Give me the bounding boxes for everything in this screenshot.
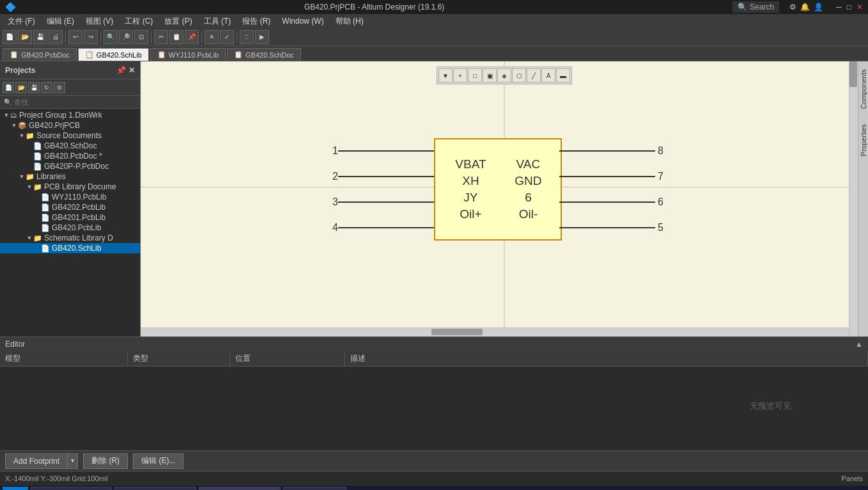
panel-open-btn[interactable]: 📂 (15, 82, 27, 93)
tree-item-pcbdoc-p[interactable]: 📄 GB420P-P.PcbDoc (0, 161, 140, 171)
start-button[interactable]: ⊞ (3, 487, 28, 491)
close-button[interactable]: ✕ (856, 3, 863, 12)
tab-schlib[interactable]: 📋 GB420.SchLib (78, 48, 149, 61)
notification-icon[interactable]: 🔔 (800, 3, 810, 12)
tree-item-gb4202[interactable]: 📄 GB4202.PcbLib (0, 202, 140, 212)
rect2-tool[interactable]: ▣ (483, 68, 497, 83)
menu-project[interactable]: 工程 (C) (120, 15, 158, 28)
tab-schdoc[interactable]: 📋 GB420.SchDoc (227, 48, 301, 61)
new-btn[interactable]: 📄 (3, 30, 17, 44)
menu-place[interactable]: 放置 (P) (159, 15, 197, 28)
check-btn[interactable]: ✓ (220, 30, 234, 44)
add-tool[interactable]: + (453, 68, 467, 83)
horizontal-scroll-thumb[interactable] (431, 329, 483, 335)
paste-btn[interactable]: 📌 (185, 30, 199, 44)
horizontal-scrollbar[interactable] (141, 328, 868, 336)
rect-tool[interactable]: □ (468, 68, 482, 83)
vertical-scrollbar[interactable] (849, 61, 858, 336)
add-footprint-button[interactable]: Add Footprint (5, 454, 68, 469)
panel-close-icon[interactable]: ✕ (128, 66, 135, 75)
settings-icon[interactable]: ⚙ (789, 3, 796, 12)
gb420pcb-icon: 📄 (41, 224, 50, 232)
redo-btn[interactable]: ↪ (84, 30, 98, 44)
vertical-scroll-thumb[interactable] (849, 61, 857, 87)
user-icon[interactable]: 👤 (814, 3, 823, 12)
gb420pcb-label: GB420.PcbLib (52, 223, 101, 232)
poly-tool[interactable]: ⬡ (512, 68, 526, 83)
menu-tools[interactable]: 工具 (T) (199, 15, 236, 28)
tree-item-group1[interactable]: ▼ 🗂 Project Group 1.DsnWrk (0, 110, 140, 120)
panel-refresh-btn[interactable]: ↻ (41, 82, 52, 93)
select-tool[interactable]: ▼ (438, 68, 453, 83)
titlebar-search[interactable]: 🔍 Search (732, 1, 779, 13)
panel-settings-btn[interactable]: ⚙ (54, 82, 65, 93)
tree-item-schlib-docs[interactable]: ▼ 📁 Schematic Library D (0, 233, 140, 243)
cross-btn[interactable]: ✕ (205, 30, 219, 44)
pin-5-line (559, 227, 655, 228)
panel-new-btn[interactable]: 📄 (3, 82, 14, 93)
tab-pcbdoc[interactable]: 📋 GB420.PcbDoc (3, 48, 77, 61)
panels-button[interactable]: Panels (841, 475, 863, 482)
copy-btn[interactable]: 📋 (169, 30, 183, 44)
zoom-out-btn[interactable]: 🔎 (119, 30, 133, 44)
panel-save-btn[interactable]: 💾 (28, 82, 40, 93)
tree-item-wyj110[interactable]: 📄 WYJ110.PcbLib (0, 192, 140, 202)
fit-btn[interactable]: ⊡ (134, 30, 148, 44)
tree-item-libraries[interactable]: ▼ 📁 Libraries (0, 171, 140, 182)
tree-item-pcbdoc[interactable]: 📄 GB420.PcbDoc * (0, 151, 140, 161)
menu-view[interactable]: 视图 (V) (81, 15, 118, 28)
tree-item-gb4201[interactable]: 📄 GB4201.PcbLib (0, 212, 140, 223)
tree-item-pcblib-docs[interactable]: ▼ 📁 PCB Library Docume (0, 182, 140, 192)
tree-item-gb420schlib[interactable]: 📄 GB420.SchLib (0, 243, 140, 253)
tree-item-gb420pcb[interactable]: 📄 GB420.PcbLib (0, 223, 140, 233)
schlib-docs-label: Schematic Library D (44, 233, 113, 242)
wyj110-icon: 📋 (157, 51, 166, 59)
print-btn[interactable]: 🖨 (49, 30, 63, 44)
editor-collapse-icon[interactable]: ▲ (855, 340, 863, 349)
menu-edit[interactable]: 编辑 (E) (42, 15, 79, 28)
taskbar-altium[interactable]: 🔷 GB420.PrjPCB -... (199, 487, 281, 491)
add-footprint-dropdown[interactable]: ▼ (68, 454, 78, 469)
minimize-button[interactable]: ─ (836, 3, 842, 12)
tree-item-project[interactable]: ▼ 📦 GB420.PrjPCB (0, 120, 140, 130)
tree-item-source-docs[interactable]: ▼ 📁 Source Documents (0, 130, 140, 141)
schematic-canvas[interactable]: 1 2 3 4 (141, 61, 868, 328)
gb4202-label: GB4202.PcbLib (52, 203, 105, 212)
maximize-button[interactable]: □ (847, 3, 851, 12)
main-toolbar: 📄 📂 💾 🖨 ↩ ↪ 🔍 🔎 ⊡ ✂ 📋 📌 ✕ ✓ :: ▶ (0, 28, 868, 46)
taskbar-explorer[interactable]: 📁 C:\Users\Admini... (114, 487, 196, 491)
search-input[interactable] (14, 99, 136, 106)
save-btn[interactable]: 💾 (33, 30, 47, 44)
search-icon: 🔍 (738, 3, 747, 12)
gb4201-icon: 📄 (41, 214, 50, 222)
open-btn[interactable]: 📂 (18, 30, 32, 44)
taskbar-screentogif[interactable]: 🎬 ScreenToGif (283, 487, 347, 491)
pin-tool[interactable]: ◈ (497, 68, 511, 83)
text-tool[interactable]: A (541, 68, 555, 83)
component-box[interactable]: VBAT VAC XH GND JY 6 Oil+ (434, 138, 562, 241)
menu-file[interactable]: 文件 (F) (3, 15, 40, 28)
menu-reports[interactable]: 报告 (R) (237, 15, 275, 28)
menu-help[interactable]: 帮助 (H) (330, 15, 369, 28)
properties-tab-label[interactable]: Properties (859, 122, 868, 159)
panel-pin-icon[interactable]: 📌 (116, 66, 126, 75)
line-tool[interactable]: ╱ (527, 68, 541, 83)
grid-btn[interactable]: :: (240, 30, 254, 44)
delete-button[interactable]: 删除 (R) (83, 454, 128, 469)
col-header-position: 位置 (230, 351, 345, 366)
tab-wyj110[interactable]: 📋 WYJ110.PcbLib (150, 48, 226, 61)
run-btn[interactable]: ▶ (255, 30, 269, 44)
gb420schlib-icon: 📄 (41, 244, 50, 253)
status-bar: X:-1400mil Y:-300mil Grid:100mil Panels (0, 471, 868, 485)
taskbar-csdn[interactable]: 📝 写文章-CSDN博... (31, 487, 112, 491)
undo-btn[interactable]: ↩ (68, 30, 82, 44)
edit-button[interactable]: 编辑 (E)... (133, 454, 183, 469)
tree-item-schdoc[interactable]: 📄 GB420.SchDoc (0, 141, 140, 151)
menu-window[interactable]: Window (W) (277, 15, 329, 27)
fill-tool[interactable]: ▬ (556, 68, 570, 83)
canvas-toolbar: ▼ + □ ▣ ◈ ⬡ ╱ A ▬ (437, 67, 572, 84)
cut-btn[interactable]: ✂ (154, 30, 168, 44)
components-tab[interactable]: Components (859, 67, 868, 111)
zoom-in-btn[interactable]: 🔍 (104, 30, 118, 44)
pin-6-label: 6 (506, 191, 550, 205)
